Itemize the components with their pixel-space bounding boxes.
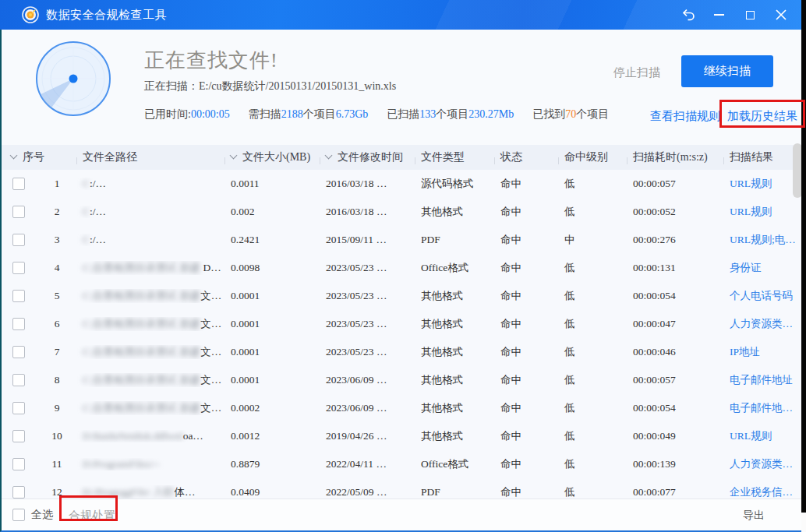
row-checkbox[interactable] — [12, 318, 25, 330]
table-row[interactable]: 3 C:/… 0.2421 2015/09/11 … PDF 命中 中 00:0… — [2, 226, 803, 254]
row-checkbox[interactable] — [12, 262, 25, 274]
table-row[interactable]: 6 C:自查检测目录测试 新建文… 0.0001 2023/05/23 … 其他… — [2, 310, 803, 338]
minimize-icon[interactable] — [703, 0, 734, 30]
stop-scan-button[interactable]: 停止扫描 — [613, 65, 660, 80]
maximize-icon[interactable] — [734, 0, 765, 30]
column-header-status: 状态 — [494, 150, 558, 164]
cell-scan-result: URL规则;电… — [723, 233, 803, 247]
cell-index: 11 — [37, 458, 76, 470]
cell-scan-elapsed: 00:00:077 — [627, 486, 723, 499]
cell-status: 命中 — [494, 485, 558, 499]
row-checkbox[interactable] — [12, 486, 25, 499]
row-checkbox[interactable] — [12, 458, 25, 470]
scan-result-link[interactable]: URL规则;电… — [730, 234, 796, 245]
select-all-checkbox[interactable] — [12, 509, 25, 521]
scan-result-link[interactable]: URL规则 — [730, 206, 772, 217]
scan-result-link[interactable]: URL规则 — [730, 178, 772, 189]
cell-file-size: 0.0001 — [224, 318, 320, 330]
cell-file-size: 0.002 — [224, 206, 320, 218]
cell-scan-result: 企业税务信… — [723, 485, 803, 499]
undo-icon[interactable] — [672, 0, 703, 30]
column-header-mtime[interactable]: 文件修改时间 — [320, 150, 415, 164]
column-header-path: 文件全路径 — [76, 150, 224, 164]
cell-index: 6 — [37, 318, 76, 330]
row-checkbox[interactable] — [12, 206, 25, 218]
stat-items-to-scan: 需扫描2188个项目6.73Gb — [249, 107, 369, 122]
cell-checkbox — [2, 346, 37, 359]
cell-index: 9 — [37, 402, 76, 414]
column-header-size[interactable]: 文件大小(MB) — [224, 150, 320, 164]
window-title: 数据安全合规检查工具 — [46, 8, 167, 23]
sort-chevron-icon[interactable] — [230, 152, 238, 160]
row-checkbox[interactable] — [12, 346, 25, 358]
scan-result-link[interactable]: 身份证 — [730, 262, 762, 273]
column-header-index[interactable]: 序号 — [2, 150, 76, 164]
table-row[interactable]: 12 D:/ProgeggFile/ 入职体… 0.0409 2022/05/0… — [2, 478, 803, 499]
table-row[interactable]: 8 C:自查检测目录测试 新建文… 0.0001 2023/06/09 … 其他… — [2, 366, 803, 394]
scan-result-link[interactable]: 人力资源类… — [730, 318, 793, 329]
sort-chevron-icon[interactable] — [325, 152, 333, 160]
table-row[interactable]: 7 C:自查检测目录测试 新建文… 0.0001 2023/05/23 … 其他… — [2, 338, 803, 366]
cell-file-type: 源代码格式 — [415, 177, 494, 191]
cell-scan-elapsed: 00:00:057 — [627, 178, 723, 190]
cell-file-size: 0.0001 — [224, 374, 320, 386]
table-header: 序号 文件全路径 文件大小(MB) 文件修改时间 文件类型 状态 命中级别 扫描… — [2, 145, 803, 170]
cell-file-size: 0.0001 — [224, 290, 320, 302]
table-row[interactable]: 5 C:自查检测目录测试 新建文… 0.0001 2023/05/23 … 其他… — [2, 282, 803, 310]
scan-result-link[interactable]: URL规则 — [730, 430, 772, 442]
cell-index: 3 — [37, 234, 76, 246]
cell-hit-level: 低 — [558, 205, 627, 219]
cell-hit-level: 低 — [558, 429, 627, 443]
stat-items-scanned: 已扫描133个项目230.27Mb — [387, 107, 514, 122]
scan-result-link[interactable]: 个人电话号码 — [730, 290, 793, 301]
cell-checkbox — [2, 290, 37, 303]
cell-scan-elapsed: 00:00:139 — [627, 458, 723, 470]
table-row[interactable]: 9 C:自查检测目录测试 新建文… 0.0002 2023/06/09 … 其他… — [2, 394, 803, 422]
cell-hit-level: 低 — [558, 289, 627, 303]
cell-modified-time: 2022/05/09 … — [320, 486, 415, 499]
cell-file-size: 0.0012 — [224, 430, 320, 442]
scan-result-link[interactable]: 电子邮件地… — [730, 402, 793, 414]
scan-result-link[interactable]: 人力资源类… — [730, 458, 793, 470]
current-scanning-path: 正在扫描：E:/cu数据统计/20150131/20150131_win.xls — [144, 79, 396, 93]
cell-checkbox — [2, 458, 37, 471]
cell-status: 命中 — [494, 289, 558, 303]
table-row[interactable]: 4 C:自查检测目录测试 新建 D… 0.0098 2023/05/23 … O… — [2, 254, 803, 282]
cell-file-type: PDF — [415, 486, 494, 499]
cell-file-type: 其他格式 — [415, 205, 494, 219]
table-row[interactable]: 11 D:ProgramFiles/-- 0.8879 2022/04/11 …… — [2, 450, 803, 478]
table-row[interactable]: 10 D:BaiduNetdisk.ddlwnloa… 0.0012 2019/… — [2, 422, 803, 450]
table-row[interactable]: 2 C:/… 0.002 2016/03/18 … 其他格式 命中 低 00:0… — [2, 198, 803, 226]
cell-checkbox — [2, 374, 37, 387]
sort-chevron-icon[interactable] — [10, 152, 18, 160]
row-checkbox[interactable] — [12, 402, 25, 414]
cell-file-path: C:自查检测目录测试 新建文… — [76, 317, 224, 331]
cell-hit-level: 中 — [558, 233, 627, 247]
continue-scan-button[interactable]: 继续扫描 — [681, 55, 773, 87]
cell-modified-time: 2015/09/11 … — [320, 234, 415, 246]
cell-checkbox — [2, 262, 37, 275]
scan-result-link[interactable]: 企业税务信… — [730, 486, 793, 498]
cell-file-size: 0.2421 — [224, 234, 320, 246]
row-checkbox[interactable] — [12, 374, 25, 386]
annotation-box-load-history — [719, 100, 805, 128]
cell-scan-elapsed: 00:00:052 — [627, 206, 723, 218]
close-icon[interactable] — [765, 0, 797, 30]
cell-file-size: 0.8879 — [224, 458, 320, 470]
cell-index: 10 — [37, 430, 76, 442]
view-scan-rules-link[interactable]: 查看扫描规则 — [650, 109, 720, 124]
table-row[interactable]: 1 C:/… 0.0011 2016/03/18 … 源代码格式 命中 低 00… — [2, 170, 803, 198]
row-checkbox[interactable] — [12, 234, 25, 246]
scan-status-title: 正在查找文件! — [144, 47, 278, 74]
row-checkbox[interactable] — [12, 178, 25, 190]
cell-status: 命中 — [494, 317, 558, 331]
cell-modified-time: 2022/04/11 … — [320, 458, 415, 470]
row-checkbox[interactable] — [12, 430, 25, 442]
row-checkbox[interactable] — [12, 290, 25, 302]
scan-result-link[interactable]: IP地址 — [730, 346, 760, 358]
export-button[interactable]: 导出 — [743, 509, 765, 523]
cell-file-type: 其他格式 — [415, 345, 494, 359]
cell-modified-time: 2019/04/26 … — [320, 430, 415, 442]
app-window: 数据安全合规检查工具 正 — [0, 0, 801, 532]
scan-result-link[interactable]: 电子邮件地址 — [730, 374, 793, 386]
